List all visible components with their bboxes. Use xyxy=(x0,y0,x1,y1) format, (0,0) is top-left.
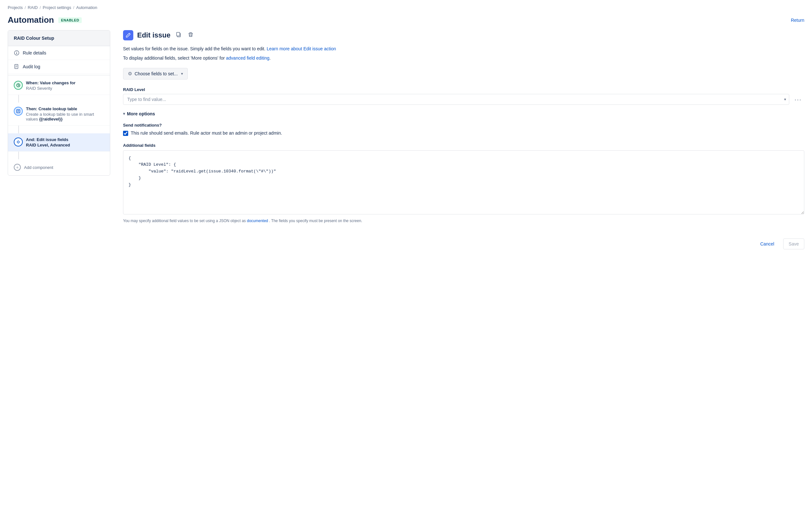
footer-actions: Cancel Save xyxy=(123,233,804,249)
additional-fields-section-label: Additional fields xyxy=(123,143,804,148)
documented-link[interactable]: documented xyxy=(247,219,268,223)
additional-fields-editor[interactable]: { "RAID Level": { "value": "raidLevel.ge… xyxy=(123,150,804,214)
when-content: When: Value changes for RAID Severity xyxy=(26,80,76,91)
desc-main: Set values for fields on the issue. Simp… xyxy=(123,46,265,51)
main-layout: RAID Colour Setup Rule details xyxy=(0,30,812,249)
workflow-item-when[interactable]: When: Value changes for RAID Severity xyxy=(8,77,110,95)
audit-log-label: Audit log xyxy=(23,64,40,69)
enabled-badge: ENABLED xyxy=(58,17,82,23)
sidebar-item-audit-log[interactable]: Audit log xyxy=(8,60,110,74)
breadcrumb-project-settings[interactable]: Project settings xyxy=(43,5,71,10)
copy-button[interactable] xyxy=(174,30,183,40)
send-notifications-label: Send notifications? xyxy=(123,123,804,127)
helper-text-end: . The fields you specify must be present… xyxy=(269,219,363,223)
page-header: Automation ENABLED Return xyxy=(0,13,812,30)
svg-rect-2 xyxy=(16,52,17,54)
send-emails-checkbox[interactable] xyxy=(123,131,128,136)
page-header-left: Automation ENABLED xyxy=(8,15,82,25)
add-component[interactable]: + Add component xyxy=(8,159,110,175)
and-sub-strong: RAID Level, Advanced xyxy=(26,142,70,147)
raid-level-select[interactable]: Type to find value... xyxy=(123,94,789,105)
field-more-button[interactable]: ··· xyxy=(792,94,804,104)
helper-text-main: You may specify additional field values … xyxy=(123,219,246,223)
breadcrumb-sep-2: / xyxy=(40,5,41,10)
and-content: And: Edit issue fields RAID Level, Advan… xyxy=(26,137,70,147)
gear-icon: ⚙ xyxy=(128,71,132,77)
choose-fields-button[interactable]: ⚙ Choose fields to set... ▾ xyxy=(123,68,188,79)
when-label: When: Value changes for xyxy=(26,80,76,85)
when-icon xyxy=(14,81,23,90)
description-text: Set values for fields on the issue. Simp… xyxy=(123,46,804,52)
notifications-section: Send notifications? This rule should sen… xyxy=(123,123,804,137)
breadcrumb-projects[interactable]: Projects xyxy=(8,5,23,10)
edit-issue-title: Edit issue xyxy=(137,31,170,40)
sidebar: RAID Colour Setup Rule details xyxy=(8,30,110,176)
advanced-field-link[interactable]: advanced field editing xyxy=(226,56,269,61)
cancel-button[interactable]: Cancel xyxy=(755,238,779,249)
svg-rect-15 xyxy=(177,32,180,36)
more-options-toggle[interactable]: ▾ More options xyxy=(123,111,804,116)
field-row: Type to find value... ▾ ··· xyxy=(123,94,804,105)
then-icon xyxy=(14,107,23,116)
raid-level-field-section: RAID Level Type to find value... ▾ ··· xyxy=(123,87,804,105)
field-select-wrap: Type to find value... ▾ xyxy=(123,94,789,105)
connector-1 xyxy=(18,95,19,103)
checkbox-row: This rule should send emails. Rule actor… xyxy=(123,130,804,137)
info-circle-icon xyxy=(14,50,19,56)
breadcrumb-automation: Automation xyxy=(76,5,97,10)
and-label: And: Edit issue fields xyxy=(26,137,70,142)
breadcrumb-sep-3: / xyxy=(73,5,74,10)
chevron-down-icon: ▾ xyxy=(181,72,183,76)
save-button[interactable]: Save xyxy=(783,238,804,249)
then-label: Then: Create lookup table xyxy=(26,106,104,111)
edit-issue-pencil-icon xyxy=(123,30,133,40)
more-options-chevron-icon: ▾ xyxy=(123,111,125,116)
return-link[interactable]: Return xyxy=(791,18,804,23)
workflow-item-and[interactable]: And: Edit issue fields RAID Level, Advan… xyxy=(8,133,110,152)
additional-fields-section: Additional fields { "RAID Level": { "val… xyxy=(123,143,804,224)
sidebar-item-rule-details[interactable]: Rule details xyxy=(8,46,110,60)
breadcrumb-sep-1: / xyxy=(25,5,26,10)
and-icon xyxy=(14,137,23,147)
svg-line-9 xyxy=(18,85,19,86)
and-sub: RAID Level, Advanced xyxy=(26,142,70,147)
delete-button[interactable] xyxy=(186,30,195,40)
raid-level-label: RAID Level xyxy=(123,87,804,92)
then-content: Then: Create lookup table Create a looku… xyxy=(26,106,104,121)
then-sub: Create a lookup table to use in smart va… xyxy=(26,112,104,121)
checkbox-label: This rule should send emails. Rule actor… xyxy=(131,130,282,137)
choose-fields-label: Choose fields to set... xyxy=(135,71,178,76)
breadcrumb-raid[interactable]: RAID xyxy=(28,5,38,10)
rule-details-label: Rule details xyxy=(23,50,46,56)
learn-more-link[interactable]: Learn more about Edit issue action xyxy=(266,46,336,51)
right-panel: Edit issue Set values for fields on the … xyxy=(110,30,804,249)
document-icon xyxy=(14,64,19,70)
additional-fields-text: To display additional fields, select 'Mo… xyxy=(123,55,804,62)
breadcrumb: Projects / RAID / Project settings / Aut… xyxy=(0,0,812,13)
additional-info-text: To display additional fields, select 'Mo… xyxy=(123,56,225,61)
helper-text: You may specify additional field values … xyxy=(123,218,804,224)
sidebar-divider xyxy=(8,75,110,75)
connector-3 xyxy=(18,152,19,159)
edit-issue-header: Edit issue xyxy=(123,30,804,40)
add-icon: + xyxy=(14,164,21,171)
when-sub: RAID Severity xyxy=(26,86,76,91)
workflow-item-then[interactable]: Then: Create lookup table Create a looku… xyxy=(8,103,110,126)
connector-2 xyxy=(18,126,19,133)
add-component-label: Add component xyxy=(24,165,53,170)
more-options-label: More options xyxy=(127,111,155,116)
svg-point-1 xyxy=(16,51,17,52)
page-title: Automation xyxy=(8,15,54,25)
sidebar-title: RAID Colour Setup xyxy=(8,30,110,46)
then-code: {{raidlevel}} xyxy=(39,117,62,121)
